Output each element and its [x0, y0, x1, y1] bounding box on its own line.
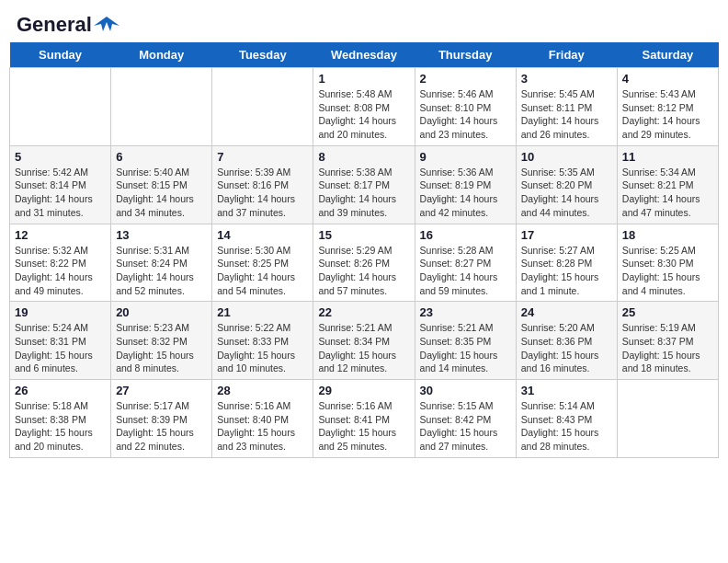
page-header: General — [9, 9, 719, 35]
day-number: 18 — [622, 228, 713, 242]
calendar-cell: 13Sunrise: 5:31 AMSunset: 8:24 PMDayligh… — [111, 224, 212, 302]
day-info: Sunrise: 5:14 AMSunset: 8:43 PMDaylight:… — [521, 399, 612, 454]
day-info: Sunrise: 5:15 AMSunset: 8:42 PMDaylight:… — [420, 399, 511, 454]
day-header-monday: Monday — [111, 42, 212, 68]
calendar-cell: 24Sunrise: 5:20 AMSunset: 8:36 PMDayligh… — [516, 302, 617, 380]
day-number: 10 — [521, 150, 612, 164]
day-number: 20 — [116, 305, 207, 319]
day-number: 3 — [521, 72, 612, 86]
logo: General — [17, 13, 119, 31]
day-number: 30 — [420, 384, 511, 397]
calendar-cell: 3Sunrise: 5:45 AMSunset: 8:11 PMDaylight… — [516, 68, 617, 146]
day-info: Sunrise: 5:34 AMSunset: 8:21 PMDaylight:… — [622, 166, 713, 220]
calendar-cell: 8Sunrise: 5:38 AMSunset: 8:17 PMDaylight… — [313, 145, 415, 224]
day-number: 29 — [318, 384, 409, 397]
logo-text-general: General — [17, 13, 92, 37]
calendar-week-row: 19Sunrise: 5:24 AMSunset: 8:31 PMDayligh… — [10, 302, 719, 380]
calendar-cell — [111, 68, 212, 146]
day-number: 31 — [521, 384, 612, 397]
calendar-week-row: 12Sunrise: 5:32 AMSunset: 8:22 PMDayligh… — [10, 224, 719, 302]
calendar-cell: 5Sunrise: 5:42 AMSunset: 8:14 PMDaylight… — [10, 145, 111, 224]
day-info: Sunrise: 5:16 AMSunset: 8:41 PMDaylight:… — [318, 399, 409, 454]
calendar-cell: 4Sunrise: 5:43 AMSunset: 8:12 PMDaylight… — [617, 68, 718, 146]
calendar-cell: 6Sunrise: 5:40 AMSunset: 8:15 PMDaylight… — [111, 145, 212, 224]
calendar-cell: 10Sunrise: 5:35 AMSunset: 8:20 PMDayligh… — [516, 145, 617, 224]
day-info: Sunrise: 5:32 AMSunset: 8:22 PMDaylight:… — [15, 244, 106, 298]
day-info: Sunrise: 5:40 AMSunset: 8:15 PMDaylight:… — [116, 166, 207, 220]
calendar-cell: 16Sunrise: 5:28 AMSunset: 8:27 PMDayligh… — [415, 224, 516, 302]
day-info: Sunrise: 5:35 AMSunset: 8:20 PMDaylight:… — [521, 166, 612, 220]
day-number: 14 — [217, 228, 308, 242]
day-info: Sunrise: 5:22 AMSunset: 8:33 PMDaylight:… — [217, 321, 308, 375]
day-header-sunday: Sunday — [10, 42, 111, 68]
calendar-cell: 19Sunrise: 5:24 AMSunset: 8:31 PMDayligh… — [10, 302, 111, 380]
day-number: 15 — [318, 228, 409, 242]
day-number: 5 — [15, 150, 106, 164]
day-info: Sunrise: 5:20 AMSunset: 8:36 PMDaylight:… — [521, 321, 612, 375]
calendar-cell: 31Sunrise: 5:14 AMSunset: 8:43 PMDayligh… — [516, 380, 617, 458]
day-number: 23 — [420, 305, 511, 319]
day-header-thursday: Thursday — [415, 42, 516, 68]
calendar-cell: 1Sunrise: 5:48 AMSunset: 8:08 PMDaylight… — [313, 68, 415, 146]
day-header-saturday: Saturday — [617, 42, 718, 68]
calendar-cell: 29Sunrise: 5:16 AMSunset: 8:41 PMDayligh… — [313, 380, 415, 458]
day-number: 11 — [622, 150, 713, 164]
calendar-cell: 28Sunrise: 5:16 AMSunset: 8:40 PMDayligh… — [212, 380, 313, 458]
day-number: 7 — [217, 150, 308, 164]
calendar-cell: 21Sunrise: 5:22 AMSunset: 8:33 PMDayligh… — [212, 302, 313, 380]
day-info: Sunrise: 5:36 AMSunset: 8:19 PMDaylight:… — [420, 166, 511, 220]
day-info: Sunrise: 5:25 AMSunset: 8:30 PMDaylight:… — [622, 244, 713, 298]
day-header-tuesday: Tuesday — [212, 42, 313, 68]
day-number: 1 — [318, 72, 409, 86]
day-header-wednesday: Wednesday — [313, 42, 415, 68]
calendar-cell — [212, 68, 313, 146]
day-number: 19 — [15, 305, 106, 319]
day-number: 25 — [622, 305, 713, 319]
day-number: 13 — [116, 228, 207, 242]
day-number: 2 — [420, 72, 511, 86]
svg-marker-0 — [94, 17, 119, 31]
day-info: Sunrise: 5:39 AMSunset: 8:16 PMDaylight:… — [217, 166, 308, 220]
day-number: 16 — [420, 228, 511, 242]
day-info: Sunrise: 5:21 AMSunset: 8:35 PMDaylight:… — [420, 321, 511, 375]
calendar-cell: 11Sunrise: 5:34 AMSunset: 8:21 PMDayligh… — [617, 145, 718, 224]
calendar-cell: 26Sunrise: 5:18 AMSunset: 8:38 PMDayligh… — [10, 380, 111, 458]
day-number: 6 — [116, 150, 207, 164]
day-number: 28 — [217, 384, 308, 397]
calendar-cell — [10, 68, 111, 146]
calendar-cell: 18Sunrise: 5:25 AMSunset: 8:30 PMDayligh… — [617, 224, 718, 302]
day-info: Sunrise: 5:23 AMSunset: 8:32 PMDaylight:… — [116, 321, 207, 375]
day-header-friday: Friday — [516, 42, 617, 68]
calendar-table: SundayMondayTuesdayWednesdayThursdayFrid… — [9, 42, 719, 458]
day-number: 27 — [116, 384, 207, 397]
day-info: Sunrise: 5:45 AMSunset: 8:11 PMDaylight:… — [521, 87, 612, 142]
day-info: Sunrise: 5:21 AMSunset: 8:34 PMDaylight:… — [318, 321, 409, 375]
calendar-cell: 7Sunrise: 5:39 AMSunset: 8:16 PMDaylight… — [212, 145, 313, 224]
calendar-cell: 2Sunrise: 5:46 AMSunset: 8:10 PMDaylight… — [415, 68, 516, 146]
day-number: 12 — [15, 228, 106, 242]
day-info: Sunrise: 5:42 AMSunset: 8:14 PMDaylight:… — [15, 166, 106, 220]
calendar-cell: 15Sunrise: 5:29 AMSunset: 8:26 PMDayligh… — [313, 224, 415, 302]
day-info: Sunrise: 5:48 AMSunset: 8:08 PMDaylight:… — [318, 87, 409, 142]
day-info: Sunrise: 5:18 AMSunset: 8:38 PMDaylight:… — [15, 399, 106, 454]
day-info: Sunrise: 5:27 AMSunset: 8:28 PMDaylight:… — [521, 244, 612, 298]
day-info: Sunrise: 5:24 AMSunset: 8:31 PMDaylight:… — [15, 321, 106, 375]
calendar-cell — [617, 380, 718, 458]
calendar-cell: 25Sunrise: 5:19 AMSunset: 8:37 PMDayligh… — [617, 302, 718, 380]
calendar-cell: 30Sunrise: 5:15 AMSunset: 8:42 PMDayligh… — [415, 380, 516, 458]
calendar-cell: 20Sunrise: 5:23 AMSunset: 8:32 PMDayligh… — [111, 302, 212, 380]
calendar-week-row: 26Sunrise: 5:18 AMSunset: 8:38 PMDayligh… — [10, 380, 719, 458]
calendar-cell: 27Sunrise: 5:17 AMSunset: 8:39 PMDayligh… — [111, 380, 212, 458]
day-number: 24 — [521, 305, 612, 319]
calendar-cell: 23Sunrise: 5:21 AMSunset: 8:35 PMDayligh… — [415, 302, 516, 380]
calendar-cell: 17Sunrise: 5:27 AMSunset: 8:28 PMDayligh… — [516, 224, 617, 302]
day-info: Sunrise: 5:38 AMSunset: 8:17 PMDaylight:… — [318, 166, 409, 220]
day-number: 22 — [318, 305, 409, 319]
calendar-cell: 12Sunrise: 5:32 AMSunset: 8:22 PMDayligh… — [10, 224, 111, 302]
day-number: 8 — [318, 150, 409, 164]
day-info: Sunrise: 5:43 AMSunset: 8:12 PMDaylight:… — [622, 87, 713, 142]
calendar-week-row: 1Sunrise: 5:48 AMSunset: 8:08 PMDaylight… — [10, 68, 719, 146]
day-number: 26 — [15, 384, 106, 397]
day-number: 17 — [521, 228, 612, 242]
calendar-header-row: SundayMondayTuesdayWednesdayThursdayFrid… — [10, 42, 719, 68]
